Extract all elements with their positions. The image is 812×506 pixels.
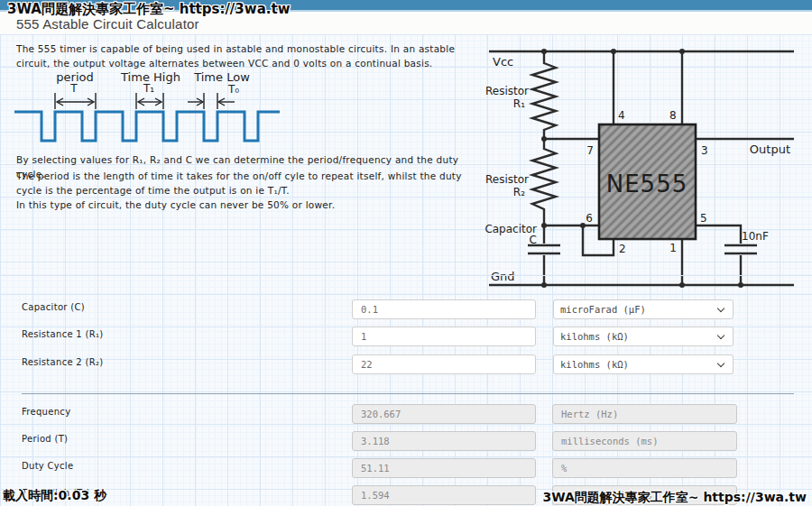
intro-paragraph-4: In this type of circuit, the duty cycle … [16, 198, 485, 212]
pin4-label: 4 [618, 109, 625, 122]
period-field-label: Period (T) [22, 434, 68, 444]
duty-cycle-unit-box [552, 458, 737, 478]
bypass-cap-label: 10nF [742, 230, 769, 243]
period-arrow [55, 93, 96, 109]
resistance1-unit-select-control[interactable]: kilohms (kΩ) [554, 327, 733, 345]
content-area: The 555 timer is capable of being used i… [0, 34, 812, 506]
result-row-frequency: Frequency [0, 404, 812, 424]
waveform-diagram: period T Time High T₁ Time Low T₀ [11, 69, 287, 150]
pin2-label: 2 [619, 243, 626, 255]
intro-paragraph-1: The 555 timer is capable of being used i… [16, 41, 472, 71]
period-output [352, 431, 536, 451]
period-symbol: T [69, 82, 78, 95]
duty-cycle-field-label: Duty Cycle [22, 461, 73, 471]
frequency-unit-box [552, 404, 737, 424]
ne555-chip-label: NE555 [606, 170, 688, 198]
result-row-duty-cycle: Duty Cycle [0, 458, 812, 478]
time-high-output [352, 485, 536, 505]
capacitor-symbol: C [530, 234, 537, 246]
resistor1-symbol: R₁ [513, 97, 525, 110]
watermark-bottom-right: 3WA問題解決專家工作室~ https://3wa.tw [542, 490, 807, 506]
pin7-label: 7 [586, 144, 594, 157]
capacitor-unit-select-control[interactable]: microFarad (µF) [554, 300, 733, 318]
pin5-label: 5 [700, 212, 707, 225]
capacitor-input[interactable] [352, 299, 536, 319]
section-divider-top [0, 275, 812, 276]
duty-cycle-output [352, 458, 536, 478]
resistor2-label: Resistor [485, 173, 529, 186]
time-high-symbol: T₁ [143, 82, 154, 95]
resistance1-unit-select[interactable]: kilohms (kΩ) [553, 327, 734, 346]
resistance2-unit-select[interactable]: kilohms (kΩ) [553, 354, 734, 374]
watermark-top-left: 3WA問題解決專家工作室~ https://3wa.tw [7, 1, 291, 18]
resistance2-field-label: Resistance 2 (R₂) [22, 357, 103, 367]
resistance1-input[interactable] [352, 327, 536, 346]
vcc-label: Vcc [493, 55, 513, 69]
pin1-label: 1 [669, 242, 677, 254]
period-unit-box [552, 431, 737, 451]
frequency-output [352, 404, 536, 424]
pin3-label: 3 [701, 144, 708, 157]
watermark-load-time: 載入時間:0.03 秒 [3, 488, 106, 504]
pin6-label: 6 [586, 212, 593, 225]
time-low-symbol: T₀ [227, 83, 239, 96]
form-row-resistance1: Resistance 1 (R₁) kilohms (kΩ) [0, 327, 812, 346]
resistor2-symbol: R₂ [513, 186, 525, 198]
resistance2-input[interactable] [352, 354, 536, 374]
intro-paragraph-3: The period is the length of time it take… [16, 169, 478, 198]
section-divider-results [22, 393, 794, 394]
pin8-label: 8 [669, 109, 677, 122]
capacitor-unit-select[interactable]: microFarad (µF) [553, 299, 734, 319]
time-high-arrow [136, 93, 163, 109]
form-row-capacitor: Capacitor (C) microFarad (µF) [0, 299, 812, 319]
square-wave [14, 112, 280, 141]
resistance1-field-label: Resistance 1 (R₁) [22, 329, 103, 339]
form-row-resistance2: Resistance 2 (R₂) kilohms (kΩ) [0, 354, 812, 374]
resistance2-unit-select-control[interactable]: kilohms (kΩ) [554, 355, 733, 373]
result-row-period: Period (T) [0, 431, 812, 451]
time-low-label: Time Low [193, 70, 250, 84]
output-label: Output [750, 143, 790, 156]
gnd-label: Gnd [491, 270, 515, 283]
circuit-diagram: NE555 Vcc Resistor R₁ Resistor R₂ Capaci… [476, 36, 801, 290]
resistor1-label: Resistor [485, 85, 529, 97]
capacitor-field-label: Capacitor (C) [22, 302, 85, 312]
frequency-field-label: Frequency [22, 407, 70, 417]
